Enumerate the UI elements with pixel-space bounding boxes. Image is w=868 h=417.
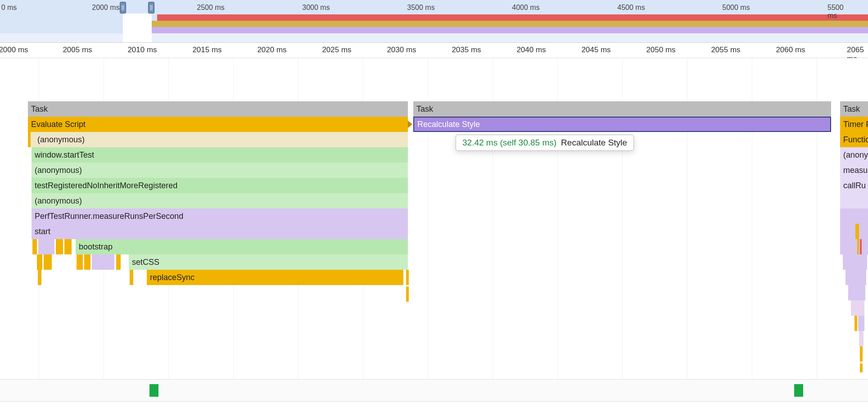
flame-anon-c[interactable]: (anony <box>840 147 868 163</box>
overview-stripe-red <box>157 14 868 21</box>
ruler-tick: 2005 ms <box>63 45 92 54</box>
flame-function-call[interactable]: Functio <box>840 132 868 147</box>
flame-start[interactable]: start <box>32 224 408 239</box>
flame-chip[interactable] <box>84 254 90 270</box>
flame-slot[interactable] <box>840 224 868 239</box>
flame-anon-label: (anonymous) <box>37 135 85 145</box>
ruler-tick: 2020 ms <box>257 45 286 54</box>
flame-chip[interactable] <box>56 239 63 254</box>
flame-chip[interactable] <box>38 270 41 285</box>
ruler-tick: 2050 ms <box>646 45 675 54</box>
ruler-tick: 2000 ms <box>0 45 28 54</box>
ruler-tick: 2055 ms <box>711 45 740 54</box>
overview-handle-left[interactable] <box>120 2 126 14</box>
flame-evaluate-script[interactable]: Evaluate Script <box>28 117 408 132</box>
marker-green[interactable] <box>149 384 158 397</box>
ruler-tick: 2045 ms <box>581 45 610 54</box>
flame-callrunner[interactable]: callRu <box>840 178 868 193</box>
ruler-tick: 2010 ms <box>127 45 157 54</box>
flame-chip[interactable] <box>38 239 54 254</box>
flame-chip[interactable] <box>860 363 863 372</box>
flame-anon-outer[interactable]: (anonymous) <box>28 132 408 147</box>
flame-sliver <box>28 132 31 147</box>
overview-tick: 2000 ms <box>92 4 119 12</box>
overview-stripe-gold <box>151 21 868 27</box>
flame-timer-fired[interactable]: Timer F <box>840 117 868 132</box>
ruler-tick: 2015 ms <box>192 45 222 54</box>
flame-task-a[interactable]: Task <box>28 101 408 117</box>
overflow-indicator-icon <box>408 121 412 128</box>
flame-chip[interactable] <box>32 239 37 254</box>
overview-tick: 2500 ms <box>197 4 224 12</box>
tooltip-name: Recalculate Style <box>561 138 627 148</box>
overview-tick: 4500 ms <box>617 4 645 12</box>
overview-tick: 3000 ms <box>302 4 330 12</box>
flame-setcss[interactable]: setCSS <box>129 254 408 270</box>
ruler-tick: 2060 ms <box>776 45 805 54</box>
overview-selection <box>123 14 152 42</box>
flame-chip[interactable] <box>37 254 42 270</box>
flame-recalculate-style[interactable]: Recalculate Style <box>413 117 831 132</box>
flame-slot[interactable] <box>840 208 868 224</box>
flame-chip[interactable] <box>44 254 52 270</box>
flame-chip[interactable] <box>64 239 72 254</box>
ruler-tick: 2025 ms <box>322 45 351 54</box>
flame-chip[interactable] <box>406 270 409 285</box>
overview-stripe-purple <box>149 27 868 33</box>
flame-replacesync[interactable]: replaceSync <box>147 270 403 285</box>
flame-slot[interactable] <box>843 254 867 270</box>
overview-tick: 4000 ms <box>512 4 539 12</box>
tooltip-time: 32.42 ms (self 30.85 ms) <box>462 138 556 148</box>
flame-chip[interactable] <box>77 254 83 270</box>
ruler-tick: 2030 ms <box>387 45 416 54</box>
flame-chip-red[interactable] <box>860 239 862 254</box>
time-ruler[interactable]: 2000 ms 2005 ms 2010 ms 2015 ms 2020 ms … <box>0 43 868 58</box>
flame-chip[interactable] <box>855 224 859 239</box>
ruler-tick: 2040 ms <box>516 45 546 54</box>
flame-chip[interactable] <box>857 239 859 254</box>
flame-chip[interactable] <box>860 346 863 362</box>
flame-slot[interactable] <box>848 285 865 300</box>
flame-chip[interactable] <box>116 254 121 270</box>
flame-chip[interactable] <box>406 286 409 302</box>
flame-chip[interactable] <box>130 270 133 285</box>
flame-test-registered[interactable]: testRegisteredNoInheritMoreRegistered <box>32 178 408 193</box>
overview-tick: 5000 ms <box>722 4 750 12</box>
flame-slot[interactable] <box>851 300 864 316</box>
bottom-strip <box>0 379 868 402</box>
flame-slot[interactable] <box>859 331 863 346</box>
flame-chart[interactable]: Task Evaluate Script (anonymous) window.… <box>0 58 868 380</box>
flame-task-b[interactable]: Task <box>413 101 831 117</box>
flame-slot[interactable] <box>858 316 864 331</box>
flame-start-test[interactable]: window.startTest <box>32 147 408 163</box>
flame-slot[interactable] <box>845 270 866 285</box>
flame-chip[interactable] <box>854 316 857 331</box>
overview-handle-right[interactable] <box>148 2 154 14</box>
overview-tick: 5500 ms <box>827 4 854 20</box>
flame-anon-2[interactable]: (anonymous) <box>32 163 408 178</box>
flame-bootstrap[interactable]: bootstrap <box>76 239 408 254</box>
overview-timeline[interactable]: 0 ms 2000 ms 2500 ms 3000 ms 3500 ms 400… <box>0 0 868 43</box>
flame-measure[interactable]: measu <box>840 163 868 178</box>
flame-task-c[interactable]: Task <box>840 101 868 117</box>
marker-green[interactable] <box>794 384 803 397</box>
flame-tooltip: 32.42 ms (self 30.85 ms) Recalculate Sty… <box>456 135 634 151</box>
flame-perf-runner[interactable]: PerfTestRunner.measureRunsPerSecond <box>32 208 408 224</box>
ruler-tick: 2035 ms <box>452 45 481 54</box>
flame-slot[interactable] <box>840 239 868 254</box>
flame-anon-3[interactable]: (anonymous) <box>32 193 408 208</box>
flame-slot[interactable] <box>840 193 868 208</box>
overview-tick: 0 ms <box>1 4 17 12</box>
flame-chip[interactable] <box>92 254 114 270</box>
overview-tick: 3500 ms <box>407 4 434 12</box>
